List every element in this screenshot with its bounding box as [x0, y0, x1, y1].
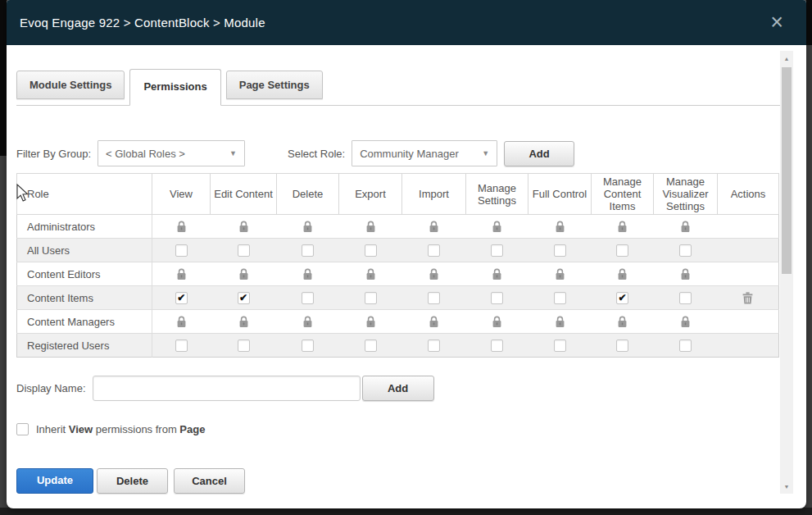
column-header-export: Export [339, 174, 402, 215]
permission-cell [402, 286, 466, 310]
permission-cell [466, 286, 528, 310]
actions-cell [718, 262, 779, 286]
permission-checkbox[interactable] [175, 340, 188, 352]
permission-checkbox[interactable] [428, 340, 440, 352]
close-icon[interactable]: × [770, 11, 783, 34]
permission-checkbox[interactable] [491, 292, 503, 304]
permission-cell [277, 310, 339, 334]
lock-icon [680, 316, 691, 328]
permission-cell [402, 262, 466, 286]
permission-cell [528, 215, 592, 239]
column-header-manage-content-items: Manage Content Items [592, 174, 654, 215]
role-filter-row: Filter By Group: < Global Roles > ▼ Sele… [16, 140, 806, 166]
table-row: Administrators [17, 215, 779, 239]
permission-checkbox[interactable] [679, 244, 692, 257]
permission-cell [592, 334, 654, 358]
lock-icon [429, 316, 439, 328]
lock-icon [302, 221, 313, 233]
filter-by-group-label: Filter By Group: [16, 148, 91, 160]
lock-icon [680, 268, 691, 280]
permission-checkbox[interactable] [616, 340, 628, 352]
table-header-row: Role View Edit Content Delete Export Imp… [17, 174, 779, 215]
permission-cell [592, 239, 654, 262]
permission-checkbox[interactable] [365, 244, 377, 257]
tab-permissions[interactable]: Permissions [129, 69, 220, 106]
table-row: Content Items✔✔✔ [17, 286, 779, 310]
cancel-button[interactable]: Cancel [174, 468, 245, 494]
permission-checkbox[interactable] [175, 244, 188, 257]
permission-checkbox[interactable] [554, 244, 566, 257]
permission-checkbox-checked[interactable]: ✔ [175, 292, 188, 304]
permission-cell [528, 286, 592, 310]
permission-checkbox[interactable] [302, 340, 314, 352]
tab-module-settings[interactable]: Module Settings [16, 71, 125, 99]
lock-icon [555, 268, 565, 280]
lock-icon [365, 316, 376, 328]
inherit-view-checkbox[interactable] [16, 423, 29, 435]
permission-checkbox[interactable] [365, 340, 377, 352]
lock-icon [429, 221, 439, 233]
vertical-scrollbar[interactable]: ▲ ▼ [780, 51, 793, 494]
inherit-view-label: Inherit View permissions from Page [36, 423, 205, 435]
permission-checkbox[interactable] [554, 340, 566, 352]
permission-checkbox[interactable] [679, 340, 692, 352]
permission-checkbox[interactable] [302, 292, 314, 304]
permission-checkbox[interactable] [365, 292, 377, 304]
trash-icon[interactable] [742, 292, 753, 304]
permission-cell [466, 239, 528, 262]
permission-checkbox[interactable] [679, 292, 692, 304]
permission-checkbox-checked[interactable]: ✔ [238, 292, 250, 304]
add-display-name-button[interactable]: Add [362, 376, 434, 401]
filter-by-group-select[interactable]: < Global Roles > ▼ [98, 140, 245, 166]
lock-icon [176, 268, 187, 280]
permission-checkbox[interactable] [428, 244, 440, 257]
permission-cell [339, 215, 402, 239]
permission-cell [152, 334, 211, 358]
scroll-down-icon[interactable]: ▼ [780, 481, 793, 492]
select-role-label: Select Role: [288, 148, 345, 160]
permission-cell [277, 286, 339, 310]
column-header-full-control: Full Control [528, 174, 592, 215]
lock-icon [176, 221, 187, 233]
permission-checkbox-checked[interactable]: ✔ [616, 292, 628, 304]
dialog-title: Evoq Engage 922 > ContentBlock > Module [20, 16, 265, 30]
permission-cell [277, 262, 339, 286]
permission-cell [152, 215, 211, 239]
permission-checkbox[interactable] [554, 292, 566, 304]
tab-bar: Module Settings Permissions Page Setting… [16, 69, 785, 106]
table-row: Registered Users [17, 334, 779, 358]
select-role-value: Community Manager [360, 148, 459, 160]
lock-icon [492, 316, 502, 328]
permission-checkbox[interactable] [302, 244, 314, 257]
permissions-table: Role View Edit Content Delete Export Imp… [16, 173, 779, 358]
update-button[interactable]: Update [16, 468, 93, 494]
role-cell: All Users [17, 239, 152, 262]
permission-cell [339, 262, 402, 286]
actions-cell [718, 286, 779, 310]
column-header-manage-settings: Manage Settings [466, 174, 528, 215]
table-row: Content Managers [17, 310, 779, 334]
delete-button[interactable]: Delete [97, 468, 168, 494]
lock-icon [238, 316, 249, 328]
scrollbar-thumb[interactable] [782, 67, 792, 274]
permission-cell [466, 262, 528, 286]
permission-checkbox[interactable] [491, 244, 503, 257]
tab-page-settings[interactable]: Page Settings [226, 71, 323, 99]
add-role-button[interactable]: Add [504, 141, 574, 166]
permission-checkbox[interactable] [238, 244, 250, 257]
permission-cell [211, 262, 277, 286]
permission-checkbox[interactable] [491, 340, 503, 352]
column-header-view: View [152, 174, 211, 215]
permission-checkbox[interactable] [616, 244, 628, 257]
role-cell: Content Items [17, 286, 152, 310]
permission-checkbox[interactable] [428, 292, 440, 304]
lock-icon [302, 268, 313, 280]
display-name-input[interactable] [93, 376, 361, 401]
permission-cell [402, 334, 466, 358]
display-name-label: Display Name: [16, 382, 86, 394]
scroll-up-icon[interactable]: ▲ [780, 52, 793, 64]
permission-cell: ✔ [152, 286, 211, 310]
permission-checkbox[interactable] [238, 340, 250, 352]
select-role-select[interactable]: Community Manager ▼ [352, 140, 497, 166]
table-row: Content Editors [17, 262, 779, 286]
